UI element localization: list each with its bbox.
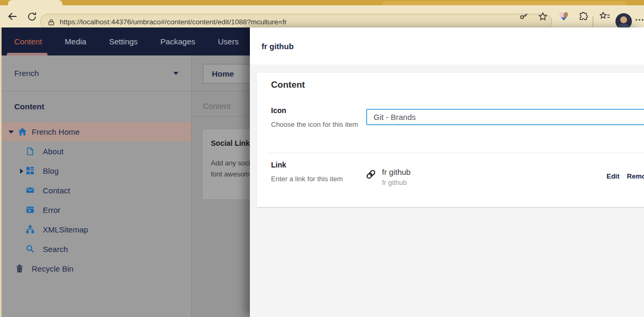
tree-item-xmlsitemap[interactable]: XMLSitemap bbox=[2, 220, 191, 239]
browser-inactive-tab[interactable] bbox=[382, 1, 627, 5]
window-edge bbox=[0, 27, 2, 317]
back-icon[interactable] bbox=[4, 5, 21, 27]
tree-item-label: About bbox=[43, 147, 63, 156]
lock-icon[interactable] bbox=[48, 18, 55, 26]
language-selector[interactable]: French bbox=[2, 55, 191, 91]
extensions-puzzle-icon[interactable] bbox=[576, 5, 591, 27]
grid-icon bbox=[26, 166, 35, 175]
caret-right-icon[interactable] bbox=[20, 169, 23, 174]
trash-icon bbox=[15, 264, 24, 273]
section-navbar: Content Media Settings Packages Users bbox=[2, 27, 250, 55]
refresh-icon[interactable] bbox=[23, 5, 40, 27]
mail-icon bbox=[26, 186, 35, 195]
tree-item-label: Recycle Bin bbox=[32, 264, 73, 273]
umbraco-app: Content Media Settings Packages Users Fr… bbox=[2, 27, 644, 317]
bookmark-star-icon[interactable] bbox=[535, 5, 550, 27]
browser-active-tab[interactable] bbox=[8, 0, 62, 5]
nav-item-packages[interactable]: Packages bbox=[161, 37, 195, 46]
overlay-title: fr github bbox=[262, 42, 294, 51]
edit-link-button[interactable]: Edit bbox=[606, 172, 620, 180]
tree-item-recycle-bin[interactable]: Recycle Bin bbox=[2, 259, 191, 278]
icon-field-label: Icon bbox=[271, 106, 286, 115]
icon-field-description: Choose the icon for this item bbox=[271, 120, 362, 129]
divider bbox=[192, 116, 250, 117]
tree-item-error[interactable]: Error bbox=[2, 200, 191, 220]
link-item-subtitle: fr github bbox=[382, 179, 407, 187]
divider bbox=[267, 153, 644, 153]
nav-item-media[interactable]: Media bbox=[65, 37, 87, 46]
nav-item-content[interactable]: Content bbox=[14, 37, 42, 46]
tree-section-header: Content bbox=[14, 102, 44, 111]
overlay-header: fr github bbox=[250, 27, 644, 64]
more-menu-icon[interactable] bbox=[636, 19, 643, 21]
tree-item-label: Search bbox=[43, 245, 68, 254]
tree-item-search[interactable]: Search bbox=[2, 239, 191, 259]
infinite-editor-overlay: fr github Content Icon Choose the icon f… bbox=[250, 27, 644, 317]
tree-item-label: XMLSitemap bbox=[43, 225, 88, 234]
language-label: French bbox=[14, 69, 39, 78]
tree-item-contact[interactable]: Contact bbox=[2, 181, 191, 200]
group-title: Content bbox=[271, 80, 305, 90]
tree-item-label: Blog bbox=[43, 166, 59, 175]
search-icon bbox=[26, 245, 35, 254]
tree-item-about[interactable]: About bbox=[2, 142, 191, 161]
home-icon bbox=[18, 127, 27, 136]
window-error-icon bbox=[26, 206, 35, 215]
caret-down-icon[interactable] bbox=[8, 130, 14, 134]
favorites-hub-icon[interactable] bbox=[597, 5, 613, 27]
nav-item-users[interactable]: Users bbox=[218, 37, 238, 46]
browser-tabstrip bbox=[0, 0, 644, 5]
content-group-card: Content Icon Choose the icon for this it… bbox=[257, 73, 644, 207]
browser-toolbar: https://localhost:44376/umbraco#/content… bbox=[0, 5, 644, 27]
property-description-line: Add any soci bbox=[211, 159, 250, 167]
link-field-label: Link bbox=[271, 161, 286, 169]
toolbar-divider bbox=[593, 16, 593, 27]
sitemap-icon bbox=[26, 225, 35, 234]
url-text[interactable]: https://localhost:44376/umbraco#/content… bbox=[60, 18, 287, 26]
tree-item-french-home[interactable]: French Home bbox=[2, 122, 191, 142]
tree-item-label: Error bbox=[43, 206, 60, 215]
chevron-down-icon bbox=[173, 72, 179, 75]
nav-item-settings[interactable]: Settings bbox=[109, 37, 137, 46]
content-tree-sidebar: French Content French Home About bbox=[2, 55, 191, 317]
divider bbox=[192, 91, 250, 91]
document-icon bbox=[26, 147, 35, 156]
link-item-title[interactable]: fr github bbox=[382, 167, 410, 176]
property-description-line: font awesom bbox=[211, 170, 250, 178]
property-label: Social Links bbox=[211, 139, 254, 147]
password-key-icon[interactable] bbox=[517, 5, 531, 27]
tree-item-label: Contact bbox=[43, 186, 70, 195]
tree-item-label: French Home bbox=[32, 127, 80, 136]
icon-picker-input[interactable] bbox=[366, 109, 644, 125]
link-chain-icon bbox=[365, 169, 377, 180]
tree-item-blog[interactable]: Blog bbox=[2, 161, 191, 181]
editor-background-panel: Home Content Social Links Add any soci f… bbox=[191, 55, 250, 317]
extension-heart-icon[interactable] bbox=[556, 5, 571, 27]
group-label: Content bbox=[203, 101, 231, 110]
remove-link-button[interactable]: Remove bbox=[627, 172, 644, 180]
